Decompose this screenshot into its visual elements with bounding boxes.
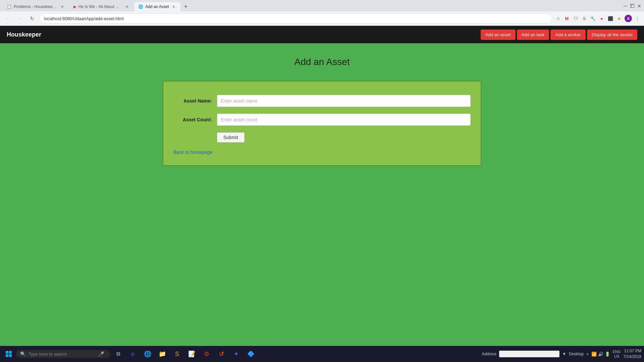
gmail-icon[interactable]: M [564, 15, 570, 22]
bookmark-icon[interactable]: ☆ [555, 15, 561, 22]
microphone-icon[interactable]: 🎤 [98, 351, 104, 357]
back-button[interactable]: ← [3, 14, 13, 23]
add-worker-button[interactable]: Add a worker [550, 29, 586, 40]
chrome-icon[interactable]: 🌐 [141, 347, 154, 361]
system-tray: 📶 🔊 🔋 [591, 352, 610, 357]
nav-buttons: Add an asset Add an task Add a worker Di… [481, 29, 637, 40]
browser-chrome: 📋 Problems - Housekeeping in ord... ✕ ▶ … [0, 0, 644, 26]
menu-icon[interactable]: ⋮ [634, 15, 641, 22]
browser-tab-2[interactable]: ▶ He Is We - All About Us ft. C... ✕ [69, 2, 133, 11]
locale-lang: ENG [613, 349, 621, 354]
display-assets-button[interactable]: Display all the assets [587, 29, 637, 40]
address-bar-row: ← → ↻ ☆ M 🛡 S 🔧 ● ⬛ ■ A ⋮ [0, 11, 644, 25]
extension4-icon[interactable]: ● [598, 15, 605, 22]
extension2-icon[interactable]: S [581, 15, 588, 22]
taskbar-address-input[interactable] [499, 351, 559, 357]
address-label: Address [482, 352, 496, 356]
date-display: 7/14/2019 [624, 354, 641, 360]
asset-name-label: Asset Name: [173, 98, 217, 104]
app7-icon[interactable]: ↺ [215, 347, 228, 361]
form-container: Asset Name: Asset Count: Submit Back to … [163, 81, 481, 166]
sublime-icon[interactable]: S [170, 347, 184, 361]
app5-icon[interactable]: 📝 [185, 347, 199, 361]
extension5-icon[interactable]: ⬛ [607, 15, 614, 22]
svg-rect-0 [6, 351, 8, 354]
asset-count-label: Asset Count: [173, 117, 217, 122]
taskbar-search[interactable]: 🔍 🎤 [16, 350, 110, 358]
tab-bar: 📋 Problems - Housekeeping in ord... ✕ ▶ … [0, 0, 644, 11]
new-tab-button[interactable]: + [181, 2, 191, 11]
tab2-close-icon[interactable]: ✕ [124, 4, 129, 9]
asset-count-input[interactable] [217, 114, 471, 126]
app-brand: Houskeeper [7, 31, 41, 38]
taskbar-dropdown-icon[interactable]: ▼ [562, 352, 566, 356]
browser-tab-3[interactable]: 🌐 Add an Asset ✕ [134, 2, 180, 11]
app9-icon[interactable]: 🔷 [244, 347, 258, 361]
desktop-label: Desktop [569, 352, 584, 356]
locale-display: ENG US [613, 349, 621, 359]
taskbar-app-icons: ⧉ e 🌐 📁 S 📝 ⚙ ↺ ✦ 🔷 [111, 347, 480, 361]
window-minimize-icon[interactable]: ─ [624, 3, 627, 9]
svg-rect-3 [9, 354, 12, 357]
locale-country: US [613, 354, 621, 359]
page-title: Add an Asset [7, 57, 637, 67]
task-view-button[interactable]: ⧉ [111, 347, 125, 361]
tab1-favicon: 📋 [7, 4, 12, 9]
file-explorer-icon[interactable]: 📁 [156, 347, 169, 361]
tab3-title: Add an Asset [145, 4, 169, 9]
volume-icon[interactable]: 🔊 [598, 352, 603, 357]
extension6-icon[interactable]: ■ [616, 15, 623, 22]
tab3-close-icon[interactable]: ✕ [171, 4, 176, 9]
battery-icon[interactable]: 🔋 [605, 352, 610, 357]
tab1-close-icon[interactable]: ✕ [59, 4, 65, 9]
taskbar: 🔍 🎤 ⧉ e 🌐 📁 S 📝 ⚙ ↺ ✦ [0, 346, 644, 362]
submit-row: Submit [173, 132, 471, 142]
profile-icon[interactable]: A [625, 15, 632, 22]
app6-icon[interactable]: ⚙ [200, 347, 213, 361]
add-asset-button[interactable]: Add an asset [481, 29, 516, 40]
taskbar-right: Address ▼ Desktop » 📶 🔊 🔋 ENG US 11:07 P… [482, 348, 641, 360]
app-navbar: Houskeeper Add an asset Add an task Add … [0, 26, 644, 43]
tab2-title: He Is We - All About Us ft. C... [78, 4, 122, 9]
window-close-icon[interactable]: ✕ [637, 3, 641, 9]
tab3-favicon: 🌐 [138, 4, 143, 9]
asset-name-row: Asset Name: [173, 95, 471, 107]
tab2-favicon: ▶ [73, 4, 76, 9]
add-task-button[interactable]: Add an task [517, 29, 549, 40]
forward-button[interactable]: → [15, 14, 25, 23]
app8-icon[interactable]: ✦ [229, 347, 243, 361]
extension1-icon[interactable]: 🛡 [572, 15, 579, 22]
expand-icon[interactable]: » [586, 352, 589, 356]
toolbar-icons: ☆ M 🛡 S 🔧 ● ⬛ ■ A ⋮ [555, 15, 641, 22]
edge-icon[interactable]: e [126, 347, 140, 361]
search-icon: 🔍 [20, 351, 26, 357]
extension3-icon[interactable]: 🔧 [590, 15, 596, 22]
main-content: Add an Asset Asset Name: Asset Count: Su… [0, 43, 644, 362]
tab1-title: Problems - Housekeeping in ord... [14, 4, 57, 9]
time-display: 11:07 PM [624, 348, 641, 354]
network-icon[interactable]: 📶 [591, 352, 597, 357]
taskbar-time: 11:07 PM 7/14/2019 [624, 348, 641, 360]
back-to-homepage-link[interactable]: Back to homepage [173, 149, 213, 155]
svg-rect-2 [6, 354, 8, 357]
start-button[interactable] [3, 348, 15, 360]
window-restore-icon[interactable]: ⧠ [630, 3, 635, 9]
reload-button[interactable]: ↻ [28, 14, 37, 23]
asset-count-row: Asset Count: [173, 114, 471, 126]
browser-tab-1[interactable]: 📋 Problems - Housekeeping in ord... ✕ [3, 2, 69, 11]
asset-name-input[interactable] [217, 95, 471, 107]
svg-rect-1 [9, 351, 12, 354]
taskbar-search-input[interactable] [29, 352, 96, 357]
submit-button[interactable]: Submit [217, 132, 245, 142]
address-bar-input[interactable] [40, 13, 552, 23]
